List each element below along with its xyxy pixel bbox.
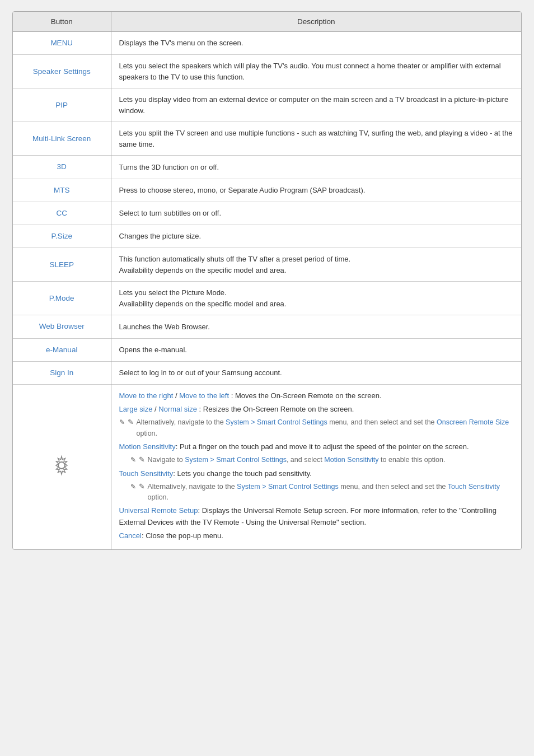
table-row: MTS Press to choose stereo, mono, or Sep… bbox=[13, 179, 521, 202]
desc-cell: Launches the Web Browser. bbox=[111, 315, 521, 338]
description-text: Displays the TV's menu on the screen. bbox=[119, 39, 243, 47]
description-text: Select to turn subtitles on or off. bbox=[119, 209, 222, 217]
motion-sensitivity-desc: Motion Sensitivity: Put a finger on the … bbox=[119, 441, 514, 452]
desc-cell: Select to log in to or out of your Samsu… bbox=[111, 361, 521, 384]
cancel-label: Cancel bbox=[119, 531, 142, 540]
button-cell-gear bbox=[13, 385, 111, 549]
table-row: Multi-Link Screen Lets you split the TV … bbox=[13, 122, 521, 156]
note-motion-text: Navigate to System > Smart Control Setti… bbox=[148, 455, 446, 465]
size-description: Large size / Normal size : Resizes the O… bbox=[119, 404, 514, 415]
description-text: Lets you display video from an external … bbox=[119, 95, 509, 115]
button-label: Multi-Link Screen bbox=[32, 134, 91, 143]
desc-cell: Lets you display video from an external … bbox=[111, 88, 521, 122]
note-text: Availability depends on the specific mod… bbox=[119, 300, 287, 308]
note-touch-text: Alternatively, navigate to the System > … bbox=[148, 482, 514, 503]
touch-sensitivity-label: Touch Sensitivity bbox=[119, 469, 174, 478]
button-label: SLEEP bbox=[49, 260, 74, 269]
desc-cell: Select to turn subtitles on or off. bbox=[111, 202, 521, 225]
description-text: Changes the picture size. bbox=[119, 232, 202, 240]
header-button: Button bbox=[13, 12, 111, 32]
note-onscreen-text: Alternatively, navigate to the System > … bbox=[137, 417, 514, 439]
button-cell: CC bbox=[13, 202, 111, 225]
desc-cell: Lets you split the TV screen and use mul… bbox=[111, 122, 521, 156]
desc-cell: Opens the e-manual. bbox=[111, 338, 521, 361]
button-label: MENU bbox=[50, 39, 73, 47]
table-row: PIP Lets you display video from an exter… bbox=[13, 88, 521, 122]
table-row: Speaker Settings Lets you select the spe… bbox=[13, 55, 521, 88]
cancel-desc: Cancel: Close the pop-up menu. bbox=[119, 530, 514, 542]
touch-sensitivity-link: Touch Sensitivity bbox=[448, 483, 500, 491]
table-row: SLEEP This function automatically shuts … bbox=[13, 248, 521, 282]
table-row: P.Size Changes the picture size. bbox=[13, 225, 521, 248]
size-desc-text: : bbox=[199, 405, 203, 413]
button-label: MTS bbox=[54, 186, 70, 194]
button-cell: Speaker Settings bbox=[13, 55, 111, 88]
button-cell: P.Mode bbox=[13, 282, 111, 315]
table-row: Web Browser Launches the Web Browser. bbox=[13, 315, 521, 338]
system-smart-link: System > Smart Control Settings bbox=[226, 418, 327, 426]
desc-cell: Turns the 3D function on or off. bbox=[111, 156, 521, 179]
size-desc-text2: Resizes the On-Screen Remote on the scre… bbox=[203, 405, 354, 413]
touch-sensitivity-text: : Lets you change the touch pad sensitiv… bbox=[173, 469, 312, 478]
button-label: 3D bbox=[57, 162, 67, 171]
button-label: e-Manual bbox=[46, 346, 77, 354]
button-label: P.Mode bbox=[49, 294, 74, 302]
table-row: CC Select to turn subtitles on or off. bbox=[13, 202, 521, 225]
header-description: Description bbox=[111, 12, 521, 32]
description-text: Press to choose stereo, mono, or Separat… bbox=[119, 186, 366, 194]
note-onscreen: ✎ Alternatively, navigate to the System … bbox=[119, 417, 514, 439]
button-cell: MTS bbox=[13, 179, 111, 202]
large-size-label: Large size bbox=[119, 405, 153, 413]
system-smart-link3: System > Smart Control Settings bbox=[237, 483, 339, 491]
move-description: Move to the right / Move to the left : M… bbox=[119, 390, 514, 402]
cancel-text: : Close the pop-up menu. bbox=[142, 531, 223, 540]
desc-cell: Lets you select the speakers which will … bbox=[111, 55, 521, 88]
button-label: CC bbox=[57, 209, 68, 217]
gear-icon bbox=[50, 454, 73, 477]
desc-cell: Lets you select the Picture Mode. Availa… bbox=[111, 282, 521, 315]
table-row: P.Mode Lets you select the Picture Mode.… bbox=[13, 282, 521, 315]
normal-size-label: Normal size bbox=[158, 405, 197, 413]
desc-cell: Changes the picture size. bbox=[111, 225, 521, 248]
button-cell: Web Browser bbox=[13, 315, 111, 338]
note-text: Availability depends on the specific mod… bbox=[119, 266, 287, 274]
desc-cell: Displays the TV's menu on the screen. bbox=[111, 32, 521, 55]
description-text: Launches the Web Browser. bbox=[119, 323, 210, 331]
motion-sensitivity-text: : Put a finger on the touch pad and move… bbox=[176, 442, 469, 451]
description-note: Availability depends on the specific mod… bbox=[119, 298, 514, 310]
desc-cell: Press to choose stereo, mono, or Separat… bbox=[111, 179, 521, 202]
desc-cell: This function automatically shuts off th… bbox=[111, 248, 521, 282]
reference-table: Button Description MENU Displays the TV'… bbox=[13, 12, 521, 549]
table-row: MENU Displays the TV's menu on the scree… bbox=[13, 32, 521, 55]
button-cell: 3D bbox=[13, 156, 111, 179]
button-label: Web Browser bbox=[39, 322, 85, 330]
button-label: PIP bbox=[55, 101, 68, 109]
button-cell: Sign In bbox=[13, 361, 111, 384]
description-text: Opens the e-manual. bbox=[119, 346, 187, 354]
button-label: Sign In bbox=[50, 368, 73, 377]
description-text: Lets you split the TV screen and use mul… bbox=[119, 129, 513, 148]
note-touch: ✎ Alternatively, navigate to the System … bbox=[119, 482, 514, 503]
motion-sensitivity-label: Motion Sensitivity bbox=[119, 442, 176, 451]
universal-remote-desc: Universal Remote Setup: Displays the Uni… bbox=[119, 505, 514, 528]
touch-sensitivity-desc: Touch Sensitivity: Lets you change the t… bbox=[119, 468, 514, 479]
button-cell: PIP bbox=[13, 88, 111, 122]
description-text: Turns the 3D function on or off. bbox=[119, 163, 219, 171]
table-row-gear: Move to the right / Move to the left : M… bbox=[13, 385, 521, 549]
svg-point-0 bbox=[58, 462, 65, 469]
move-right-label: Move to the right bbox=[119, 391, 174, 400]
main-table-container: Button Description MENU Displays the TV'… bbox=[12, 11, 522, 550]
button-cell: e-Manual bbox=[13, 338, 111, 361]
button-cell: P.Size bbox=[13, 225, 111, 248]
desc-cell-gear: Move to the right / Move to the left : M… bbox=[111, 385, 521, 549]
button-cell: MENU bbox=[13, 32, 111, 55]
button-label: Speaker Settings bbox=[33, 67, 91, 76]
move-desc-text2: Moves the On-Screen Remote on the screen… bbox=[235, 391, 382, 400]
system-smart-link2: System > Smart Control Settings bbox=[185, 456, 287, 464]
description-main: This function automatically shuts off th… bbox=[119, 254, 514, 265]
button-cell: Multi-Link Screen bbox=[13, 122, 111, 156]
table-header-row: Button Description bbox=[13, 12, 521, 32]
onscreen-remote-link: Onscreen Remote Size bbox=[437, 418, 509, 426]
description-note: Availability depends on the specific mod… bbox=[119, 265, 514, 276]
description-main: Lets you select the Picture Mode. bbox=[119, 287, 514, 298]
